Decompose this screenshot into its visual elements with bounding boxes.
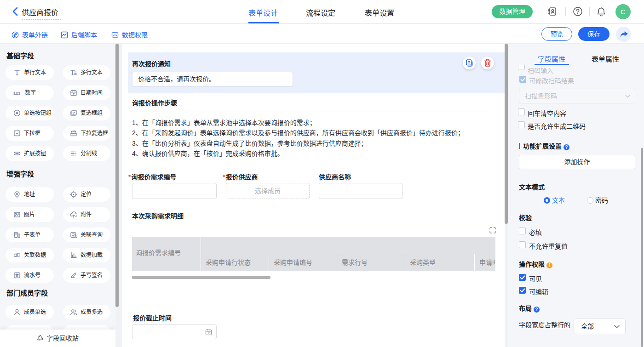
svg-text:123: 123: [13, 91, 20, 96]
